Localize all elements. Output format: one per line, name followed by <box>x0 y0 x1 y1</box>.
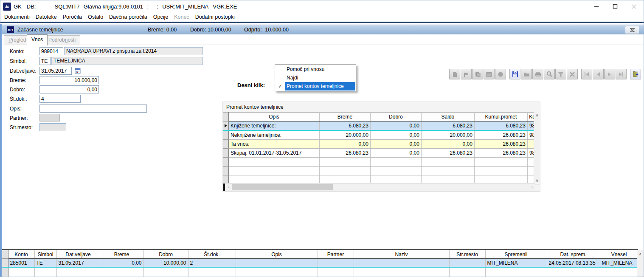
dat-veljave-label: Dat.veljave: <box>10 68 37 74</box>
scroll-left-icon[interactable]: ‹ <box>225 184 231 190</box>
promet-panel: Promet kontov temeljnice Opis Breme Dobr… <box>222 102 540 192</box>
temeljnice-table: Konto Simbol Dat.veljave Breme Dobro Št.… <box>2 250 638 277</box>
window-left-border <box>0 24 2 277</box>
tab-bar: Pregled Vnos Podrobnosti <box>0 34 644 45</box>
str-mesto-label: Str.mesto: <box>10 124 33 130</box>
bcol-spremenil[interactable]: Spremenil <box>485 250 547 259</box>
promet-row-empty[interactable] <box>223 167 540 175</box>
minimize-button[interactable] <box>590 2 603 11</box>
bcol-konto[interactable]: Konto <box>8 250 34 259</box>
col-saldo[interactable]: Saldo <box>421 113 474 122</box>
nav-prev-button <box>593 69 604 79</box>
breme-input[interactable] <box>39 76 99 84</box>
menu-konec: Konec <box>171 14 192 20</box>
desni-klik-caption: Desni klik: <box>237 82 265 88</box>
col-dobro[interactable]: Dobro <box>370 113 421 122</box>
calendar-icon[interactable] <box>74 67 82 74</box>
promet-table: Opis Breme Dobro Saldo Kumul.promet Kon … <box>223 112 540 184</box>
selected-row-marker-icon <box>225 124 227 127</box>
partner-label: Partner: <box>10 115 28 121</box>
promet-row-neknjizene[interactable]: Neknjižene temeljnice: 20.000,00 0,00 20… <box>223 130 540 140</box>
bcol-dat-veljave[interactable]: Dat.veljave <box>56 250 100 259</box>
context-menu-item-pomoc[interactable]: Pomoč pri vnosu <box>276 65 355 73</box>
scroll-thumb[interactable] <box>232 184 333 190</box>
context-menu: Pomoč pri vnosu Najdi ✓ Promet kontov te… <box>275 64 356 91</box>
opis-label: Opis: <box>10 106 22 112</box>
temeljnica-row-empty[interactable] <box>2 267 638 276</box>
simbol-input[interactable] <box>39 57 51 65</box>
maximize-button[interactable] <box>609 2 622 11</box>
scroll-right-icon[interactable]: › <box>529 184 535 190</box>
st-dok-input[interactable] <box>39 95 81 103</box>
close-button[interactable] <box>627 2 640 11</box>
tab-podrobnosti: Podrobnosti <box>44 35 80 45</box>
st-dok-label: Št.dok.: <box>10 96 27 102</box>
menu-opcije[interactable]: Opcije <box>150 14 171 20</box>
grid-corner <box>223 184 225 191</box>
bcol-str-mesto[interactable]: Str.mesto <box>449 250 485 259</box>
mit-icon: MIT <box>7 26 14 33</box>
open-folder-button <box>521 69 532 79</box>
scroll-up-icon[interactable]: ∧ <box>534 112 540 118</box>
temeljnice-vertical-scrollbar[interactable]: ∧ <box>637 250 644 277</box>
menu-dodatni-postopki[interactable]: Dodatni postopki <box>192 14 238 20</box>
promet-row-skupaj[interactable]: Skupaj: 01.01.2017-31.05.2017 26.080,23 … <box>223 149 540 158</box>
check-icon: ✓ <box>278 83 282 89</box>
breme-label: Breme: <box>10 77 26 83</box>
promet-panel-title: Promet kontov temeljnice <box>223 102 540 112</box>
browse-button <box>484 69 495 79</box>
bcol-simbol[interactable]: Simbol <box>34 250 56 259</box>
promet-vertical-scrollbar[interactable]: ∧ ∨ <box>534 112 540 184</box>
temeljnica-row[interactable]: 285001 TE 31.05.2017 0,00 10.000,00 2 MI… <box>2 259 638 268</box>
opis-input[interactable] <box>39 105 147 113</box>
tab-vnos[interactable]: Vnos <box>27 34 48 45</box>
window-controls <box>590 0 640 12</box>
title-version-label: Glavna knjiga:9.06.0101 <box>84 3 143 10</box>
page-title: Začasne temeljnice <box>17 27 63 33</box>
konto-description: NAGRADA UPRAVI z prisp.na za l.2014 <box>64 47 203 55</box>
dobro-label: Dobro: <box>10 87 25 93</box>
copy-button <box>472 69 483 79</box>
temeljnice-header-row: Konto Simbol Dat.veljave Breme Dobro Št.… <box>2 250 638 259</box>
menu-davcna-porocila[interactable]: Davčna poročila <box>106 14 150 20</box>
bcol-opis[interactable]: Opis <box>236 250 318 259</box>
dat-veljave-input[interactable] <box>39 67 72 75</box>
promet-row-empty[interactable] <box>223 158 540 167</box>
simbol-description: TEMELJNICA <box>51 57 203 65</box>
menu-dokumenti[interactable]: Dokumenti <box>1 14 33 20</box>
menu-datoteke[interactable]: Datoteke <box>33 14 60 20</box>
nav-first-button <box>581 69 592 79</box>
bcol-partner[interactable]: Partner <box>318 250 354 259</box>
menu-porocila[interactable]: Poročila <box>60 14 85 20</box>
title-separator: : <box>157 3 159 10</box>
dobro-input[interactable] <box>39 85 99 93</box>
promet-row-ta-vnos[interactable]: Ta vnos: 0,00 0,00 0,00 26.080,23 <box>223 140 540 149</box>
str-mesto-field <box>39 123 66 131</box>
col-kumul[interactable]: Kumul.promet <box>474 113 527 122</box>
context-menu-item-promet[interactable]: ✓ Promet kontov temeljnice <box>276 82 355 90</box>
bcol-vnesel[interactable]: Vnesel <box>600 250 638 259</box>
save-button[interactable] <box>509 69 520 79</box>
title-exe-label: VGK.EXE <box>213 3 237 10</box>
header-dobro-total: Dobro: 10.000,00 <box>190 27 231 33</box>
nav-next-button <box>604 69 615 79</box>
promet-row-knjizene[interactable]: Knjižene temeljnice: 6.080,23 0,00 6.080… <box>223 122 540 131</box>
col-breme[interactable]: Breme <box>319 113 370 122</box>
post-button <box>461 69 472 79</box>
exit-button[interactable] <box>630 69 641 79</box>
scroll-up-icon[interactable]: ∧ <box>637 251 643 257</box>
bcol-st-dok[interactable]: Št.dok. <box>188 250 236 259</box>
document-close-button[interactable] <box>625 26 639 34</box>
filter-button <box>555 69 566 79</box>
menu-ostalo[interactable]: Ostalo <box>85 14 106 20</box>
col-opis[interactable]: Opis <box>228 113 319 122</box>
bcol-dobro[interactable]: Dobro <box>143 250 188 259</box>
bcol-breme[interactable]: Breme <box>100 250 143 259</box>
record-circle-button <box>495 69 506 79</box>
scroll-down-icon[interactable]: ∨ <box>534 178 540 184</box>
bcol-naziv[interactable]: Naziv <box>354 250 449 259</box>
konto-input[interactable] <box>39 47 63 55</box>
context-menu-item-najdi[interactable]: Najdi <box>276 73 355 82</box>
promet-horizontal-scrollbar[interactable]: ‹ › <box>223 183 535 191</box>
bcol-dat-sprem[interactable]: Dat. sprem. <box>547 250 600 259</box>
